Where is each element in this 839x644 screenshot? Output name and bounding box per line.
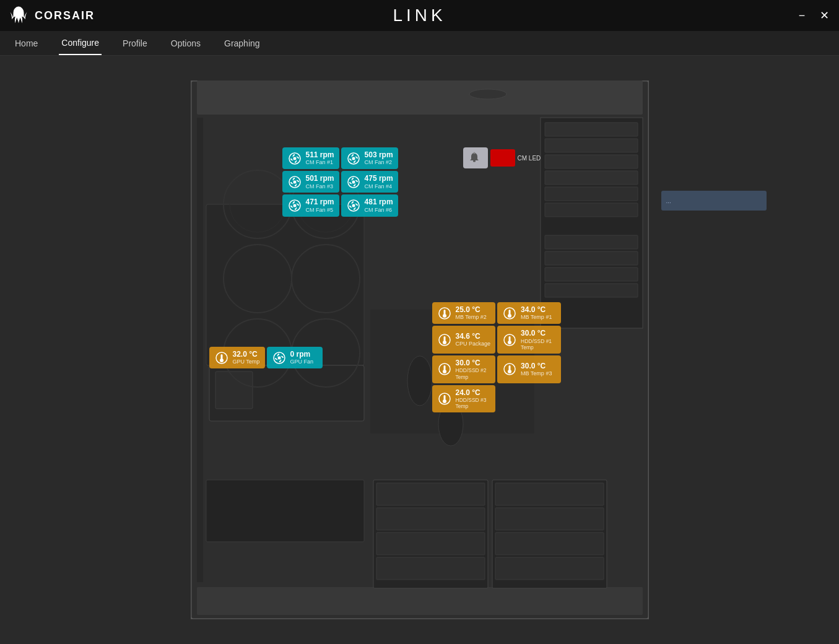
mb-temp3-label: MB Temp #3 (521, 370, 552, 377)
thermometer-icon (503, 333, 516, 347)
bell-icon (467, 151, 481, 165)
sidebar-tooltip-text: ... (666, 198, 671, 204)
led-color-swatch[interactable] (490, 149, 515, 167)
gpu-temp-icon (214, 350, 229, 365)
fan3-badge[interactable]: 501 rpm CM Fan #3 (282, 171, 339, 193)
hdd-ssd2-label: HDD/SSD #2Temp (456, 367, 487, 380)
nav-profile[interactable]: Profile (120, 31, 150, 55)
svg-point-54 (473, 152, 475, 154)
fan-icon (288, 152, 302, 165)
mb-temp2-label: MB Temp #2 (456, 314, 487, 321)
fan5-badge[interactable]: 471 rpm CM Fan #5 (282, 194, 339, 216)
gpu-fan-value: 0 rpm (290, 350, 314, 359)
svg-rect-25 (495, 533, 604, 555)
svg-point-50 (293, 204, 296, 207)
hdd-ssd2-badge[interactable]: 30.0 °C HDD/SSD #2Temp (432, 355, 496, 383)
svg-rect-13 (545, 268, 638, 281)
thermometer-icon (215, 351, 228, 365)
sidebar-tooltip: ... (661, 191, 767, 211)
cpu-pkg-badge[interactable]: 34.6 °C CPU Package (432, 326, 496, 354)
minimize-button[interactable]: − (794, 8, 809, 23)
svg-point-28 (469, 89, 506, 99)
svg-rect-6 (545, 139, 638, 152)
svg-rect-2 (197, 587, 643, 615)
fan1-icon (287, 151, 302, 166)
hdd-ssd2-icon (437, 362, 452, 376)
svg-rect-70 (509, 339, 510, 342)
svg-rect-3 (197, 118, 203, 582)
led-badge[interactable] (463, 147, 488, 168)
fan4-badge[interactable]: 475 rpm CM Fan #4 (341, 171, 398, 193)
fan6-badge[interactable]: 481 rpm CM Fan #6 (341, 194, 398, 216)
svg-point-52 (352, 204, 355, 207)
fan5-icon (287, 198, 302, 213)
svg-point-42 (293, 157, 296, 160)
svg-rect-12 (545, 251, 638, 265)
fan1-badge[interactable]: 511 rpm CM Fan #1 (282, 147, 339, 169)
temp1-icon (502, 306, 517, 321)
fan-icon (272, 351, 286, 365)
svg-point-29 (407, 356, 432, 406)
fan-icon (288, 199, 302, 212)
cpu-pkg-label: CPU Package (456, 341, 491, 347)
nav-configure[interactable]: Configure (59, 31, 102, 55)
close-button[interactable]: ✕ (817, 8, 832, 23)
svg-point-48 (352, 180, 355, 183)
thermometer-icon (438, 333, 451, 347)
temp-badges-group: 25.0 °C MB Temp #2 (432, 302, 561, 412)
svg-rect-66 (444, 339, 445, 342)
gpu-temp-label: GPU Temp (233, 359, 260, 365)
fan-icon (288, 175, 302, 189)
svg-rect-53 (473, 160, 476, 162)
mb-temp2-badge[interactable]: 25.0 °C MB Temp #2 (432, 302, 496, 324)
thermometer-icon (438, 307, 451, 320)
fan5-label: CM Fan #5 (306, 207, 334, 214)
led-group: CM LED (463, 147, 541, 168)
thermometer-icon (503, 362, 516, 376)
mb-temp2-value: 25.0 °C (456, 305, 487, 314)
svg-rect-9 (545, 187, 638, 201)
fan3-icon (287, 175, 302, 189)
fan6-icon (346, 198, 361, 213)
hdd-ssd3-badge[interactable]: 24.0 °C HDD/SSD #3Temp (432, 385, 496, 413)
gpu-fan-icon (272, 350, 287, 365)
cpu-pkg-icon (437, 333, 452, 347)
pc-case-wrapper: 511 rpm CM Fan #1 (191, 80, 649, 619)
fan1-label: CM Fan #1 (306, 159, 334, 166)
fan3-value: 501 rpm (306, 174, 334, 183)
svg-rect-82 (444, 398, 445, 401)
title-bar: CORSAIR LINK − ✕ (0, 0, 839, 31)
svg-rect-58 (444, 313, 445, 316)
nav-bar: Home Configure Profile Options Graphing (0, 31, 839, 56)
svg-rect-7 (545, 155, 638, 168)
hdd-ssd1-badge[interactable]: 30.0 °C HDD/SSD #1Temp (497, 326, 561, 354)
gpu-temp-badge[interactable]: 32.0 °C GPU Temp (209, 347, 265, 368)
fan-badges-group: 511 rpm CM Fan #1 (282, 147, 398, 217)
fan1-value: 511 rpm (306, 150, 334, 159)
svg-rect-8 (545, 171, 638, 185)
mb-temp3-badge[interactable]: 30.0 °C MB Temp #3 (497, 355, 561, 383)
gpu-fan-badge[interactable]: 0 rpm GPU Fan (267, 347, 323, 368)
cpu-pkg-value: 34.6 °C (456, 332, 491, 341)
nav-options[interactable]: Options (168, 31, 203, 55)
main-content: 511 rpm CM Fan #1 (0, 56, 839, 644)
nav-graphing[interactable]: Graphing (222, 31, 263, 55)
svg-rect-24 (495, 508, 604, 530)
svg-rect-15 (206, 204, 364, 365)
svg-rect-18 (376, 483, 485, 505)
svg-rect-78 (509, 368, 510, 372)
mb-temp3-value: 30.0 °C (521, 362, 552, 370)
gpu-fan-label: GPU Fan (290, 359, 314, 365)
mb-temp1-badge[interactable]: 34.0 °C MB Temp #1 (497, 302, 561, 324)
svg-rect-20 (376, 533, 485, 555)
fan-icon (347, 152, 360, 165)
app-logo: CORSAIR (7, 4, 95, 27)
nav-home[interactable]: Home (12, 31, 40, 55)
svg-point-46 (293, 180, 296, 183)
hdd-ssd3-value: 24.0 °C (456, 388, 487, 397)
hdd-ssd2-value: 30.0 °C (456, 359, 487, 367)
corsair-logo-text: CORSAIR (35, 9, 95, 22)
fan2-badge[interactable]: 503 rpm CM Fan #2 (341, 147, 398, 169)
fan4-icon (346, 175, 361, 189)
gpu-badges-group: 32.0 °C GPU Temp (209, 347, 323, 368)
